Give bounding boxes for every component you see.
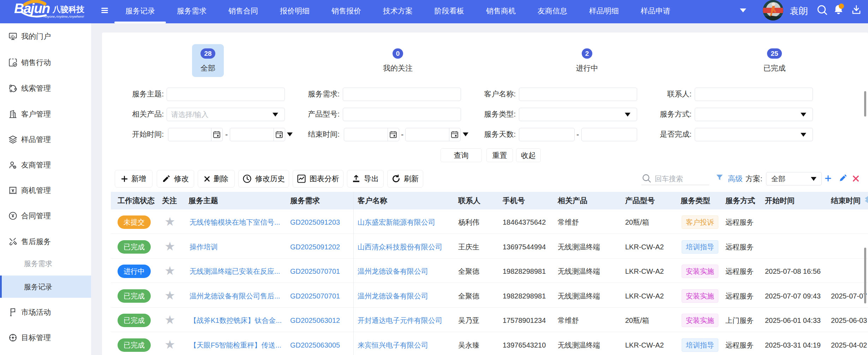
svg-text:Bajun: Bajun	[14, 1, 50, 16]
svg-text:八骏科技: 八骏科技	[52, 5, 85, 14]
svg-text:Anyone,Anytime,Anywhere!: Anyone,Anytime,Anywhere!	[43, 15, 84, 18]
